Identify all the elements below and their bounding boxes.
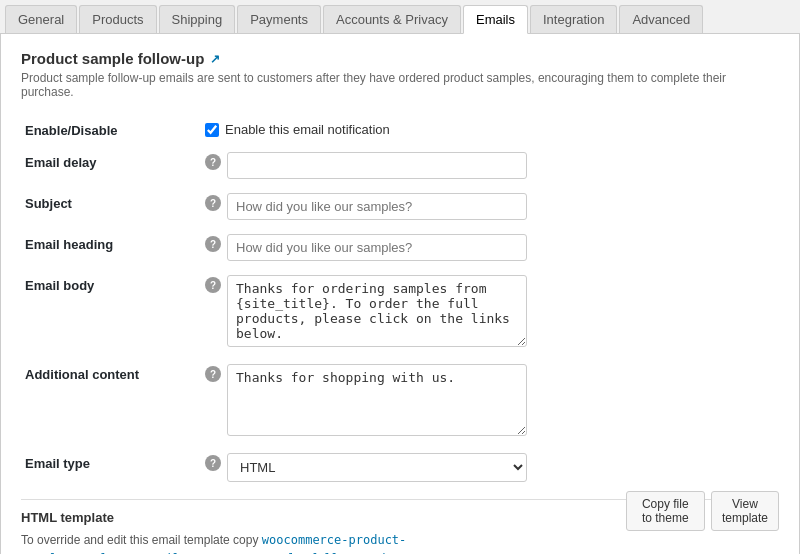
- email-heading-field: ?: [205, 234, 775, 261]
- template-buttons: Copy file to theme View template: [626, 491, 779, 531]
- enable-checkbox-row: Enable this email notification: [205, 120, 775, 137]
- enable-row: Enable/Disable Enable this email notific…: [21, 113, 779, 145]
- page-title: Product sample follow-up ↗: [21, 50, 779, 67]
- tab-payments[interactable]: Payments: [237, 5, 321, 33]
- additional-content-label: Additional content: [21, 357, 201, 446]
- email-type-select[interactable]: HTMLPlain textMultipart: [227, 453, 527, 482]
- email-heading-help-icon[interactable]: ?: [205, 236, 221, 252]
- additional-content-row: Additional content ? Thanks for shopping…: [21, 357, 779, 446]
- email-body-field: ? Thanks for ordering samples from {site…: [205, 275, 775, 350]
- email-type-row: Email type ? HTMLPlain textMultipart: [21, 446, 779, 489]
- additional-content-field-content: Thanks for shopping with us.: [227, 364, 775, 439]
- enable-checkbox[interactable]: [205, 123, 219, 137]
- html-template-section: HTML template To override and edit this …: [21, 499, 779, 554]
- tab-accounts-and-privacy[interactable]: Accounts & Privacy: [323, 5, 461, 33]
- page-description: Product sample follow-up emails are sent…: [21, 71, 779, 99]
- tabs-bar: GeneralProductsShippingPaymentsAccounts …: [0, 0, 800, 34]
- view-template-button[interactable]: View template: [711, 491, 779, 531]
- enable-label: Enable/Disable: [21, 113, 201, 145]
- email-type-field: ? HTMLPlain textMultipart: [205, 453, 775, 482]
- email-delay-row: Email delay ? 7: [21, 145, 779, 186]
- tab-advanced[interactable]: Advanced: [619, 5, 703, 33]
- template-info-row: To override and edit this email template…: [21, 531, 779, 554]
- content-area: Product sample follow-up ↗ Product sampl…: [0, 34, 800, 554]
- tab-general[interactable]: General: [5, 5, 77, 33]
- email-body-label: Email body: [21, 268, 201, 357]
- subject-field: ?: [205, 193, 775, 220]
- form-table: Enable/Disable Enable this email notific…: [21, 113, 779, 489]
- email-body-row: Email body ? Thanks for ordering samples…: [21, 268, 779, 357]
- email-body-field-content: Thanks for ordering samples from {site_t…: [227, 275, 775, 350]
- tab-emails[interactable]: Emails: [463, 5, 528, 34]
- email-type-help-icon[interactable]: ?: [205, 455, 221, 471]
- email-heading-row: Email heading ?: [21, 227, 779, 268]
- subject-help-icon[interactable]: ?: [205, 195, 221, 211]
- email-type-label: Email type: [21, 446, 201, 489]
- copy-file-to-theme-button[interactable]: Copy file to theme: [626, 491, 705, 531]
- subject-input[interactable]: [227, 193, 527, 220]
- additional-content-field: ? Thanks for shopping with us.: [205, 364, 775, 439]
- tab-shipping[interactable]: Shipping: [159, 5, 236, 33]
- email-heading-field-content: [227, 234, 775, 261]
- additional-content-help-icon[interactable]: ?: [205, 366, 221, 382]
- subject-field-content: [227, 193, 775, 220]
- tab-products[interactable]: Products: [79, 5, 156, 33]
- template-desc-before: To override and edit this email template…: [21, 533, 258, 547]
- email-delay-label: Email delay: [21, 145, 201, 186]
- email-heading-label: Email heading: [21, 227, 201, 268]
- email-delay-help-icon[interactable]: ?: [205, 154, 221, 170]
- additional-content-textarea[interactable]: Thanks for shopping with us.: [227, 364, 527, 436]
- email-delay-input[interactable]: 7: [227, 152, 527, 179]
- email-body-textarea[interactable]: Thanks for ordering samples from {site_t…: [227, 275, 527, 347]
- external-link-icon[interactable]: ↗: [210, 52, 220, 66]
- email-delay-field-content: 7: [227, 152, 775, 179]
- subject-row: Subject ?: [21, 186, 779, 227]
- email-heading-input[interactable]: [227, 234, 527, 261]
- enable-checkbox-label: Enable this email notification: [225, 122, 390, 137]
- email-body-help-icon[interactable]: ?: [205, 277, 221, 293]
- email-type-field-content: HTMLPlain textMultipart: [227, 453, 775, 482]
- tab-integration[interactable]: Integration: [530, 5, 617, 33]
- subject-label: Subject: [21, 186, 201, 227]
- page-title-text: Product sample follow-up: [21, 50, 204, 67]
- email-delay-field: ? 7: [205, 152, 775, 179]
- html-template-text: To override and edit this email template…: [21, 531, 626, 554]
